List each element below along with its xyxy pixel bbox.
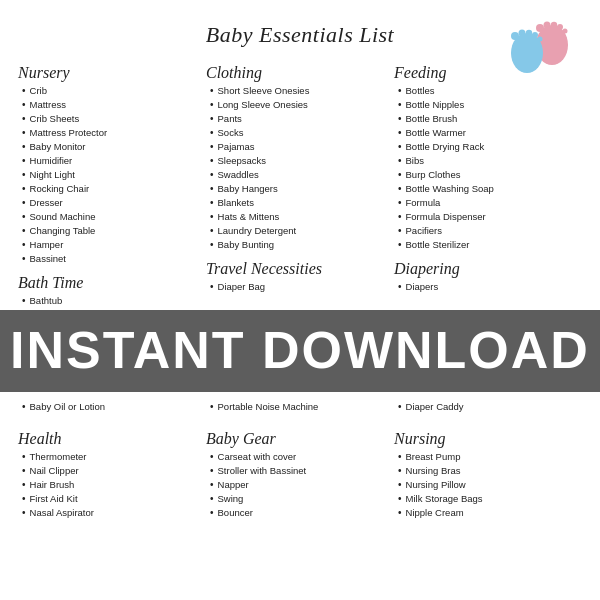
list-item: Swing <box>210 492 394 506</box>
nursing-column: Nursing Breast Pump Nursing Bras Nursing… <box>394 422 582 524</box>
diapering-after-column: Diaper Caddy <box>394 400 582 418</box>
list-item: Laundry Detergent <box>210 224 394 238</box>
list-item: Thermometer <box>22 450 206 464</box>
list-item: Nursing Pillow <box>398 478 582 492</box>
nursery-column: Nursery Crib Mattress Crib Sheets Mattre… <box>18 56 206 312</box>
list-item: Formula <box>398 196 582 210</box>
bathtime-after-list: Baby Oil or Lotion <box>22 400 206 414</box>
list-item: Bottle Nipples <box>398 98 582 112</box>
list-item: Bottle Warmer <box>398 126 582 140</box>
nursing-title: Nursing <box>394 430 582 448</box>
list-item: Baby Oil or Lotion <box>22 400 206 414</box>
list-item: Bathtub <box>22 294 206 308</box>
list-item: Breast Pump <box>398 450 582 464</box>
list-item: Nipple Cream <box>398 506 582 520</box>
diapering-after-list: Diaper Caddy <box>398 400 582 414</box>
health-title: Health <box>18 430 206 448</box>
list-item: Humidifier <box>22 154 206 168</box>
list-item: Changing Table <box>22 224 206 238</box>
travel-list: Diaper Bag <box>210 280 394 294</box>
nursery-list: Crib Mattress Crib Sheets Mattress Prote… <box>22 84 206 266</box>
list-item: Pajamas <box>210 140 394 154</box>
list-item: Crib <box>22 84 206 98</box>
list-item: Nursing Bras <box>398 464 582 478</box>
feeding-list: Bottles Bottle Nipples Bottle Brush Bott… <box>398 84 582 252</box>
travel-after-list: Portable Noise Machine <box>210 400 394 414</box>
nursing-list: Breast Pump Nursing Bras Nursing Pillow … <box>398 450 582 520</box>
list-item: Sleepsacks <box>210 154 394 168</box>
list-item: Milk Storage Bags <box>398 492 582 506</box>
bathtime-list: Bathtub <box>22 294 206 308</box>
clothing-title: Clothing <box>206 64 394 82</box>
list-item: Mattress Protector <box>22 126 206 140</box>
babygear-list: Carseat with cover Stroller with Bassine… <box>210 450 394 520</box>
list-item: Socks <box>210 126 394 140</box>
list-item: Bottle Washing Soap <box>398 182 582 196</box>
clothing-column: Clothing Short Sleeve Onesies Long Sleev… <box>206 56 394 312</box>
list-item: Blankets <box>210 196 394 210</box>
page: Baby Essentials List Nursery Crib Mattre… <box>0 0 600 600</box>
list-item: Burp Clothes <box>398 168 582 182</box>
list-item: Bibs <box>398 154 582 168</box>
bathtime-title: Bath Time <box>18 274 206 292</box>
babygear-column: Baby Gear Carseat with cover Stroller wi… <box>206 422 394 524</box>
nursery-title: Nursery <box>18 64 206 82</box>
list-item: Bottle Sterilizer <box>398 238 582 252</box>
list-item: Bottle Drying Rack <box>398 140 582 154</box>
travel-title: Travel Necessities <box>206 260 394 278</box>
feeding-title: Feeding <box>394 64 582 82</box>
list-item: Nail Clipper <box>22 464 206 478</box>
list-item: Night Light <box>22 168 206 182</box>
list-item: Sound Machine <box>22 210 206 224</box>
after-banner-content: Baby Oil or Lotion Portable Noise Machin… <box>0 398 600 422</box>
list-item: Mattress <box>22 98 206 112</box>
list-item: Diapers <box>398 280 582 294</box>
list-item: Baby Bunting <box>210 238 394 252</box>
list-item: Hamper <box>22 238 206 252</box>
list-item: Bottle Brush <box>398 112 582 126</box>
list-item: Rocking Chair <box>22 182 206 196</box>
top-content: Nursery Crib Mattress Crib Sheets Mattre… <box>0 48 600 316</box>
list-item: Hats & Mittens <box>210 210 394 224</box>
clothing-list: Short Sleeve Onesies Long Sleeve Onesies… <box>210 84 394 252</box>
list-item: Pants <box>210 112 394 126</box>
list-item: Long Sleeve Onesies <box>210 98 394 112</box>
health-column: Health Thermometer Nail Clipper Hair Bru… <box>18 422 206 524</box>
list-item: Bottles <box>398 84 582 98</box>
list-item: Diaper Bag <box>210 280 394 294</box>
list-item: Portable Noise Machine <box>210 400 394 414</box>
list-item: Diaper Caddy <box>398 400 582 414</box>
instant-download-banner: INSTANT DOWNLOAD <box>0 310 600 392</box>
health-list: Thermometer Nail Clipper Hair Brush Firs… <box>22 450 206 520</box>
travel-after-column: Portable Noise Machine <box>206 400 394 418</box>
feeding-column: Feeding Bottles Bottle Nipples Bottle Br… <box>394 56 582 312</box>
list-item: Dresser <box>22 196 206 210</box>
list-item: Crib Sheets <box>22 112 206 126</box>
list-item: Baby Hangers <box>210 182 394 196</box>
bathtime-after-column: Baby Oil or Lotion <box>18 400 206 418</box>
babygear-title: Baby Gear <box>206 430 394 448</box>
list-item: Napper <box>210 478 394 492</box>
list-item: Short Sleeve Onesies <box>210 84 394 98</box>
list-item: Pacifiers <box>398 224 582 238</box>
list-item: Formula Dispenser <box>398 210 582 224</box>
list-item: Bouncer <box>210 506 394 520</box>
list-item: Bassinet <box>22 252 206 266</box>
list-item: First Aid Kit <box>22 492 206 506</box>
list-item: Hair Brush <box>22 478 206 492</box>
list-item: Stroller with Bassinet <box>210 464 394 478</box>
list-item: Carseat with cover <box>210 450 394 464</box>
list-item: Swaddles <box>210 168 394 182</box>
diapering-list: Diapers <box>398 280 582 294</box>
diapering-title: Diapering <box>394 260 582 278</box>
list-item: Nasal Aspirator <box>22 506 206 520</box>
bottom-content: Health Thermometer Nail Clipper Hair Bru… <box>0 422 600 528</box>
list-item: Baby Monitor <box>22 140 206 154</box>
